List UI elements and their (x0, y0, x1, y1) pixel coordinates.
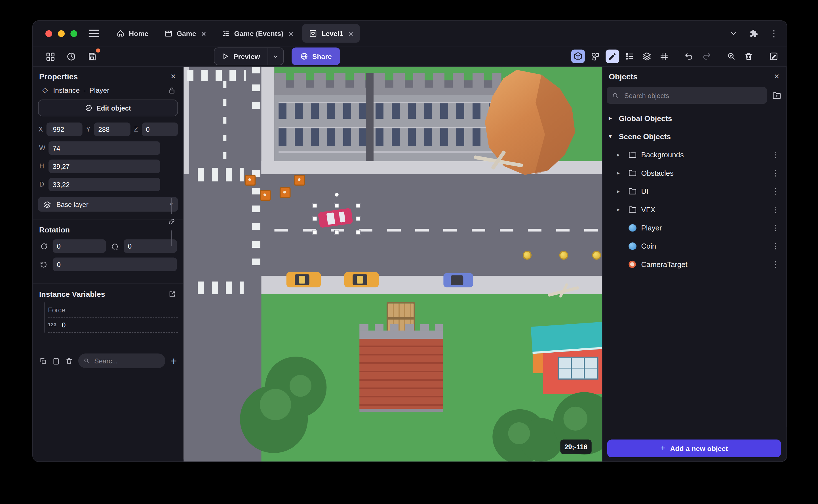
d-input[interactable]: 33,22 (48, 178, 160, 191)
chevron-right-icon[interactable]: ▸ (617, 188, 624, 194)
kebab-menu-icon[interactable]: ⋮ (772, 187, 779, 196)
y-input[interactable]: 288 (94, 122, 130, 136)
kebab-menu-icon[interactable]: ⋮ (770, 28, 778, 39)
objects-search[interactable] (607, 87, 767, 104)
object-row-cameratarget[interactable]: ▸ CameraTarget ⋮ (603, 255, 787, 273)
tab-close-icon[interactable]: × (348, 29, 353, 37)
zoom-in-icon[interactable] (725, 50, 738, 63)
undo-icon[interactable] (682, 50, 696, 63)
preview-button[interactable]: Preview (215, 48, 267, 65)
chevron-right-icon[interactable]: ▸ (617, 206, 624, 212)
lock-icon[interactable] (168, 86, 176, 94)
x-input[interactable]: -992 (46, 122, 83, 136)
h-input[interactable]: 39,27 (48, 160, 160, 173)
dashboard-grid-icon[interactable] (43, 50, 57, 63)
close-icon[interactable]: × (774, 72, 779, 81)
layer-select[interactable]: Base layer ▾ (38, 197, 178, 212)
global-objects-group[interactable]: ▸ Global Objects (603, 109, 787, 127)
coin-instance[interactable] (523, 251, 532, 260)
city-building[interactable] (274, 67, 501, 161)
selection-handle[interactable] (312, 203, 317, 208)
edit-object-button[interactable]: Edit object (38, 99, 178, 116)
menu-hamburger-icon[interactable] (89, 30, 99, 37)
kebab-menu-icon[interactable]: ⋮ (772, 259, 779, 269)
copy-icon[interactable] (39, 357, 47, 365)
crate-instance[interactable] (280, 187, 291, 198)
variables-search-input[interactable] (93, 356, 160, 365)
z-input[interactable]: 0 (142, 122, 178, 136)
close-window-button[interactable] (45, 30, 52, 37)
objects-search-input[interactable] (623, 91, 762, 100)
yellow-car-instance[interactable] (286, 272, 321, 287)
variable-name-row[interactable]: Force (48, 302, 178, 317)
rotation-handle[interactable] (334, 192, 339, 197)
tab-home[interactable]: Home (109, 24, 155, 43)
selection-handle[interactable] (334, 203, 339, 208)
paste-clipboard-icon[interactable] (52, 357, 60, 365)
tab-close-icon[interactable]: × (289, 29, 293, 37)
edit-pencil-icon[interactable] (606, 50, 619, 63)
add-new-object-button[interactable]: + Add a new object (607, 440, 781, 458)
selection-handle[interactable] (356, 230, 360, 235)
instances-list-icon[interactable] (623, 50, 637, 63)
w-input[interactable]: 74 (48, 141, 160, 155)
selected-instance[interactable] (312, 203, 360, 234)
add-variable-button[interactable]: + (171, 355, 177, 366)
selection-handle[interactable] (312, 230, 317, 235)
chevron-right-icon[interactable]: ▸ (617, 170, 624, 176)
kebab-menu-icon[interactable]: ⋮ (772, 241, 779, 251)
close-icon[interactable]: × (171, 72, 176, 81)
variables-search[interactable] (78, 353, 166, 368)
preview-options-chevron[interactable] (267, 48, 283, 65)
castle-building[interactable] (359, 324, 443, 415)
kebab-menu-icon[interactable]: ⋮ (772, 150, 779, 159)
scene-objects-group[interactable]: ▾ Scene Objects (603, 127, 787, 145)
redo-icon[interactable] (699, 50, 713, 63)
new-folder-icon[interactable] (772, 91, 781, 100)
tab-close-icon[interactable]: × (201, 29, 206, 37)
rotation-x-input[interactable]: 0 (53, 239, 106, 253)
object-row-backgrounds[interactable]: ▸ Backgrounds ⋮ (603, 145, 787, 164)
minimize-window-button[interactable] (58, 30, 65, 37)
maximize-window-button[interactable] (70, 30, 77, 37)
tab-game-events[interactable]: Game (Events) × (215, 24, 300, 43)
grid-icon[interactable] (657, 50, 671, 63)
object-row-vfx[interactable]: ▸ VFX ⋮ (603, 200, 787, 218)
objects-shapes-icon[interactable] (589, 50, 602, 63)
object-row-obstacles[interactable]: ▸ Obstacles ⋮ (603, 164, 787, 182)
object-row-player[interactable]: ▸ Player ⋮ (603, 219, 787, 237)
tree[interactable] (240, 357, 329, 461)
object-row-ui[interactable]: ▸ UI ⋮ (603, 182, 787, 200)
crate-instance[interactable] (260, 190, 271, 201)
3d-view-cube-icon[interactable] (571, 50, 585, 63)
open-external-icon[interactable] (168, 290, 176, 298)
panel-editor-icon[interactable] (767, 50, 781, 63)
save-icon[interactable] (85, 50, 99, 63)
player-car-instance[interactable] (318, 208, 353, 228)
tab-game[interactable]: Game × (157, 24, 213, 43)
trash-icon[interactable] (65, 357, 73, 365)
blue-car-instance[interactable] (443, 273, 473, 287)
selection-handle[interactable] (334, 230, 339, 235)
selection-handle[interactable] (312, 216, 317, 221)
variable-value[interactable]: 0 (62, 321, 65, 329)
share-button[interactable]: Share (291, 47, 340, 65)
scene-canvas[interactable]: 29;-116 (183, 67, 602, 461)
selection-handle[interactable] (356, 203, 360, 208)
yellow-car-instance[interactable] (344, 272, 378, 287)
kebab-menu-icon[interactable]: ⋮ (772, 205, 779, 214)
layers-icon[interactable] (640, 50, 654, 63)
rotation-z-input[interactable]: 0 (53, 258, 177, 271)
delete-trash-icon[interactable] (742, 50, 755, 63)
coin-instance[interactable] (592, 251, 601, 260)
crate-instance[interactable] (294, 175, 305, 186)
chain-link-icon[interactable] (168, 218, 175, 225)
history-clock-icon[interactable] (64, 50, 78, 63)
coin-instance[interactable] (559, 251, 568, 260)
kebab-menu-icon[interactable]: ⋮ (772, 223, 779, 232)
extensions-puzzle-icon[interactable] (749, 29, 758, 38)
variable-value-row[interactable]: 123 0 (48, 317, 178, 333)
selection-handle[interactable] (356, 216, 360, 221)
chevron-down-icon[interactable] (729, 29, 737, 37)
chevron-right-icon[interactable]: ▸ (617, 152, 624, 157)
